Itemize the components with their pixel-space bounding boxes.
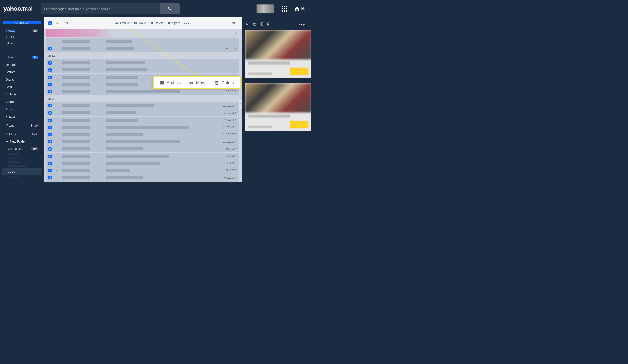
message-row[interactable]: 10/3/2007 xyxy=(46,160,238,167)
nav-archive[interactable]: Archive xyxy=(2,91,42,98)
message-row[interactable]: 11/8/2007 xyxy=(46,146,238,152)
home-link[interactable]: Home xyxy=(295,6,311,11)
account-avatar[interactable] xyxy=(257,4,274,13)
account-more[interactable]: … xyxy=(2,46,42,51)
calendar-icon[interactable]: 24 xyxy=(253,22,256,26)
sponsored-row[interactable]: × xyxy=(46,29,238,37)
svg-point-16 xyxy=(247,23,247,24)
message-row[interactable]: 3/16/2011 xyxy=(46,88,238,95)
message-row[interactable]: 10/7/2007 xyxy=(46,152,238,159)
compose-button[interactable]: Compose xyxy=(3,21,41,24)
account-yahoo[interactable]: Yahoo 18 xyxy=(2,28,42,34)
sender-redacted xyxy=(62,83,90,86)
message-row[interactable]: 12/14/2007 xyxy=(46,117,238,124)
message-row[interactable] xyxy=(46,38,238,45)
nav-starred[interactable]: Starred xyxy=(2,69,42,75)
row-checkbox[interactable] xyxy=(48,69,52,72)
account-tpcs[interactable]: TPCS xyxy=(2,34,42,40)
select-all-checkbox[interactable] xyxy=(48,21,52,25)
nav-less-toggle[interactable]: Less xyxy=(2,113,42,120)
row-checkbox[interactable] xyxy=(48,119,52,122)
move-icon xyxy=(134,21,137,25)
row-checkbox[interactable] xyxy=(48,83,52,86)
sort-button[interactable]: Sort xyxy=(229,21,238,25)
message-row[interactable]: 10/1/2007 xyxy=(46,167,238,174)
row-checkbox[interactable] xyxy=(48,154,52,158)
folder-redacted[interactable] xyxy=(8,161,20,162)
message-row[interactable]: 9/5/2007 xyxy=(46,181,238,182)
ad-card[interactable] xyxy=(245,30,312,78)
nav-drafts[interactable]: Drafts xyxy=(2,76,42,83)
expand-pane-button[interactable] xyxy=(239,100,242,109)
message-row[interactable] xyxy=(46,59,238,66)
message-row[interactable]: 1/7/2012 xyxy=(46,45,238,52)
row-checkbox[interactable] xyxy=(48,176,52,179)
ad-card[interactable] xyxy=(245,83,312,131)
sender-redacted xyxy=(62,126,90,129)
move-button[interactable]: Move xyxy=(134,21,146,25)
spam-button[interactable]: Spam xyxy=(167,21,180,25)
row-checkbox[interactable] xyxy=(48,140,52,144)
row-checkbox[interactable] xyxy=(48,169,52,172)
message-date: 10/1/2007 xyxy=(224,169,236,172)
folder-redacted[interactable] xyxy=(8,158,16,158)
search-bar xyxy=(41,3,180,14)
account-lifewire[interactable]: Lifewire xyxy=(2,40,42,46)
folder-redacted[interactable] xyxy=(8,166,26,166)
folder-redacted[interactable] xyxy=(8,177,19,177)
svg-text:24: 24 xyxy=(254,24,255,25)
row-checkbox[interactable] xyxy=(48,61,52,65)
views-section-header: Views Show xyxy=(2,121,42,129)
folder-jobs[interactable]: Jobs xyxy=(2,168,42,175)
nav-spam[interactable]: Spam xyxy=(2,98,42,105)
folder-redacted[interactable] xyxy=(8,154,19,154)
nav-trash[interactable]: Trash xyxy=(2,106,42,112)
search-input[interactable] xyxy=(41,3,155,14)
nav-inbox[interactable]: Inbox18 xyxy=(2,54,42,61)
new-folder-button[interactable]: New Folder xyxy=(2,138,42,145)
row-checkbox[interactable] xyxy=(48,133,52,136)
notepad-icon[interactable] xyxy=(260,22,263,26)
more-actions-button[interactable] xyxy=(184,23,189,24)
message-date: 3/16/2011 xyxy=(224,90,236,93)
row-checkbox[interactable] xyxy=(48,47,52,50)
views-show-toggle[interactable]: Show xyxy=(31,124,38,127)
archive-button[interactable]: Archive xyxy=(115,21,130,25)
help-icon[interactable]: ? xyxy=(267,22,270,26)
row-checkbox[interactable] xyxy=(48,76,52,79)
message-date: 10/3/2007 xyxy=(224,162,236,165)
search-dropdown[interactable] xyxy=(155,3,160,14)
contacts-icon[interactable] xyxy=(246,22,249,26)
row-checkbox[interactable] xyxy=(48,90,52,93)
folders-hide-toggle[interactable]: Hide xyxy=(32,133,38,136)
message-row[interactable]: 3/16/2011 xyxy=(46,81,238,88)
message-row[interactable]: 9/20/2007 xyxy=(46,174,238,181)
message-row[interactable] xyxy=(46,74,238,81)
search-button[interactable] xyxy=(160,3,180,14)
row-checkbox[interactable] xyxy=(48,126,52,129)
row-checkbox[interactable] xyxy=(48,147,52,151)
message-row[interactable]: 12/17/2007 xyxy=(46,109,238,116)
yahoo-mail-logo[interactable]: yahoo!mail xyxy=(3,5,34,12)
apps-launcher-icon[interactable] xyxy=(282,6,287,11)
close-icon[interactable]: × xyxy=(235,31,237,36)
message-row[interactable]: 12/17/2007 xyxy=(46,102,238,109)
message-row[interactable] xyxy=(46,67,238,73)
ad-cta-button[interactable] xyxy=(290,68,308,75)
row-checkbox[interactable] xyxy=(48,162,52,165)
archive-icon xyxy=(115,21,118,25)
settings-button[interactable]: Settings xyxy=(294,22,311,26)
nav-unread[interactable]: Unread xyxy=(2,62,42,68)
folder-00receipts[interactable]: 00Receipts 250 xyxy=(2,146,42,152)
row-checkbox[interactable] xyxy=(48,111,52,115)
message-row[interactable]: 11/15/2007 xyxy=(46,131,238,138)
message-row[interactable]: 11/26/2007 xyxy=(46,124,238,131)
ad-cta-button[interactable] xyxy=(290,121,308,128)
nav-sent[interactable]: Sent xyxy=(2,84,42,90)
delete-button[interactable]: Delete xyxy=(150,21,163,25)
message-list[interactable]: × 1/7/201220113/16/20113/16/2011200712/1… xyxy=(44,29,242,182)
plus-icon xyxy=(6,140,8,143)
message-row[interactable]: 11/15/2007 xyxy=(46,138,238,145)
row-checkbox[interactable] xyxy=(48,104,52,107)
select-dropdown-icon[interactable] xyxy=(56,22,59,24)
